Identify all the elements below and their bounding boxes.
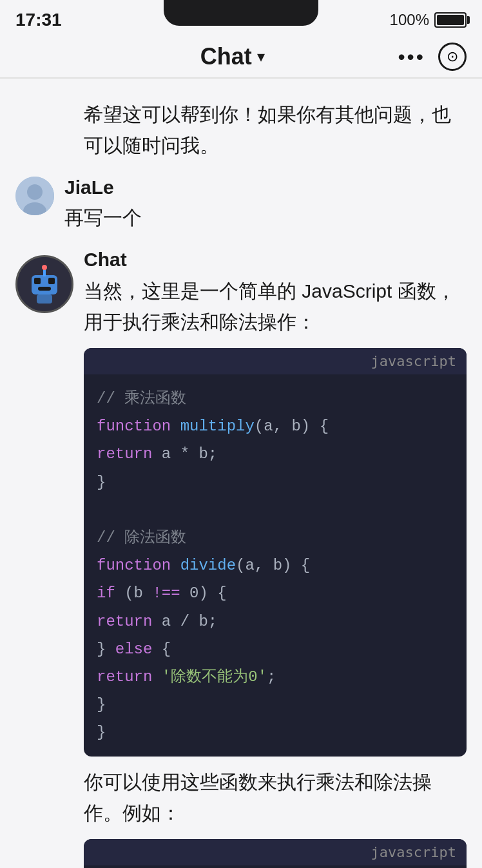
code-line: function multiply(a, b) { [97,412,454,440]
svg-point-9 [42,265,47,270]
more-options-icon[interactable]: ••• [398,45,425,69]
ai-continuation-content: 希望这可以帮到你！如果你有其他问题，也可以随时问我。 [84,99,467,161]
code-line: // 乘法函数 [97,385,454,412]
chat-header: Chat ▾ ••• ⊙ [0,36,482,79]
code-line: } [97,691,454,719]
ai-main-content: Chat 当然，这里是一个简单的 JavaScript 函数，用于执行乘法和除法… [84,249,467,868]
code-block-1: javascript // 乘法函数 function multiply(a, … [84,348,467,757]
camera-symbol: ⊙ [447,48,458,65]
code-line: } else { [97,635,454,663]
ai-continuation-text: 希望这可以帮到你！如果你有其他问题，也可以随时问我。 [84,99,467,161]
status-right: 100% [390,11,467,29]
avatar-image [15,177,54,215]
ai-main-block: Chat 当然，这里是一个简单的 JavaScript 函数，用于执行乘法和除法… [0,241,482,868]
code-line: return a * b; [97,440,454,468]
code-line [97,496,454,524]
user-message-block: JiaLe 再写一个 [0,169,482,241]
svg-rect-10 [37,294,52,304]
user-avatar [15,177,54,215]
status-time: 17:31 [15,10,62,30]
code-line: // 除法函数 [97,524,454,552]
code-body-2: console.log(multiply(5, 3)); // 输出 15 co… [84,865,467,868]
battery-percent: 100% [390,11,429,29]
ai-mid-text: 你可以使用这些函数来执行乘法和除法操作。例如： [84,767,467,829]
code-line: return '除数不能为0'; [97,663,454,691]
user-message-text: 再写一个 [64,202,467,233]
code-lang-label-2: javascript [371,844,456,860]
user-name-label: JiaLe [64,177,467,198]
notch [164,0,318,26]
phone-frame: 17:31 100% Chat ▾ ••• ⊙ 希望这可以帮到你！如果你有其他问… [0,0,482,868]
chat-title-area: Chat ▾ [67,43,398,70]
code-header-1: javascript [84,348,467,374]
ai-intro-text: 当然，这里是一个简单的 JavaScript 函数，用于执行乘法和除法操作： [84,276,467,338]
battery-icon [434,12,467,28]
ai-avatar-image [17,257,72,311]
chevron-down-icon[interactable]: ▾ [257,48,265,66]
ai-continuation-block: 希望这可以帮到你！如果你有其他问题，也可以随时问我。 [0,92,482,169]
code-line: function divide(a, b) { [97,552,454,579]
svg-point-1 [27,184,43,200]
camera-icon[interactable]: ⊙ [438,43,467,71]
chat-area[interactable]: 希望这可以帮到你！如果你有其他问题，也可以随时问我。 JiaLe 再写一个 [0,79,482,868]
chat-title: Chat [200,43,252,70]
code-line: return a / b; [97,608,454,635]
code-line: } [97,719,454,746]
ai-avatar [15,255,73,313]
svg-rect-5 [34,278,41,284]
code-header-2: javascript [84,839,467,865]
code-lang-label-1: javascript [371,353,456,369]
svg-rect-7 [38,287,51,291]
code-block-2: javascript console.log(multiply(5, 3)); … [84,839,467,868]
code-line: if (b !== 0) { [97,579,454,607]
user-content: JiaLe 再写一个 [64,177,467,233]
header-icons: ••• ⊙ [398,43,467,71]
svg-rect-6 [48,278,55,284]
battery-fill [437,15,464,25]
code-line: } [97,468,454,496]
code-body-1: // 乘法函数 function multiply(a, b) { return… [84,374,467,757]
ai-name-label: Chat [84,249,467,271]
